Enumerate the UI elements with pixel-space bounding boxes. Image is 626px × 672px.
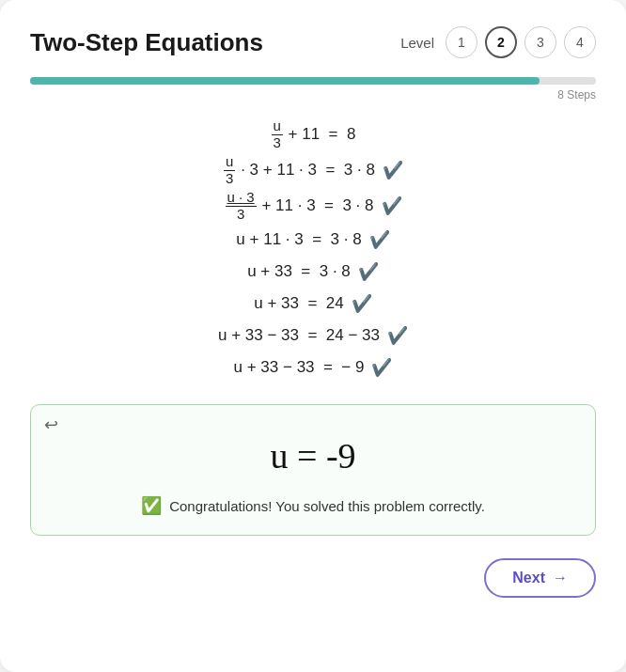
header: Two-Step Equations Level 1 2 3 4	[30, 26, 596, 58]
equation-row-5: u + 33 = 3 · 8 ✔️	[247, 258, 379, 286]
equation-row-7: u + 33 − 33 = 24 − 33 ✔️	[218, 321, 408, 350]
equation-area: u 3 + 11 = 8 u 3 · 3 + 11 · 3 = 3 · 8 ✔️…	[30, 118, 596, 382]
level-3-button[interactable]: 3	[524, 26, 556, 58]
check-icon-3: ✔️	[382, 195, 402, 216]
level-4-button[interactable]: 4	[564, 26, 596, 58]
congrats-text: Congratulations! You solved this problem…	[169, 498, 485, 514]
check-icon-2: ✔️	[383, 160, 403, 180]
arrow-right-icon: →	[553, 570, 568, 586]
progress-bar-container	[30, 77, 596, 85]
equation-row-2: u 3 · 3 + 11 · 3 = 3 · 8 ✔️	[223, 154, 403, 186]
next-label: Next	[512, 570, 545, 586]
main-card: Two-Step Equations Level 1 2 3 4 8 Steps…	[0, 0, 626, 672]
next-button[interactable]: Next →	[484, 558, 596, 598]
check-icon-6: ✔️	[352, 293, 372, 314]
equation-row-3: u · 3 3 + 11 · 3 = 3 · 8 ✔️	[225, 190, 402, 222]
check-icon-4: ✔️	[369, 229, 390, 250]
check-icon-8: ✔️	[371, 357, 392, 378]
check-icon-7: ✔️	[387, 325, 408, 346]
undo-button[interactable]: ↩	[44, 414, 58, 435]
level-1-button[interactable]: 1	[446, 26, 477, 58]
progress-bar-fill	[30, 77, 540, 85]
fraction-2: u 3	[224, 154, 235, 186]
level-label: Level	[400, 35, 434, 51]
equation-row-4: u + 11 · 3 = 3 · 8 ✔️	[236, 226, 389, 254]
equation-row-8: u + 33 − 33 = − 9 ✔️	[234, 353, 393, 382]
check-icon-5: ✔️	[358, 261, 379, 282]
answer-display: u = -9	[50, 435, 576, 477]
fraction-1: u 3	[272, 118, 283, 150]
equation-row-6: u + 33 = 24 ✔️	[254, 289, 371, 318]
equation-row-1: u 3 + 11 = 8	[271, 118, 356, 150]
level-2-button[interactable]: 2	[485, 26, 517, 58]
steps-label: 8 Steps	[30, 88, 596, 102]
page-title: Two-Step Equations	[30, 28, 263, 57]
level-section: Level 1 2 3 4	[400, 26, 596, 58]
result-box: ↩ u = -9 ✅ Congratulations! You solved t…	[30, 404, 596, 536]
congrats-row: ✅ Congratulations! You solved this probl…	[50, 495, 576, 516]
fraction-3: u · 3 3	[226, 190, 257, 222]
congrats-check-icon: ✅	[141, 495, 162, 516]
